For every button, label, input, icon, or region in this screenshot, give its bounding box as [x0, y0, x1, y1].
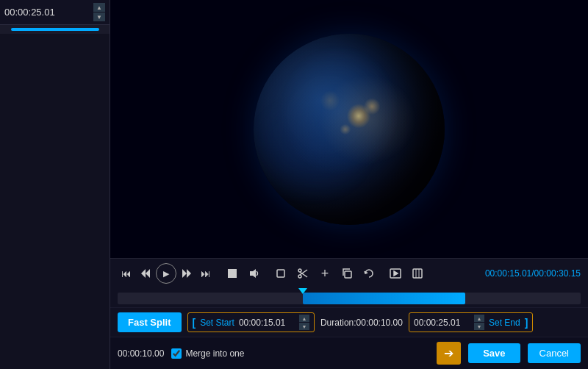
- sidebar-spin-buttons: ▲ ▼: [93, 3, 105, 21]
- set-start-button[interactable]: Set Start: [200, 318, 234, 328]
- earth-lights: [254, 34, 445, 225]
- set-end-group: 00:00:25.01 ▲ ▼ Set End ]: [409, 312, 533, 332]
- step-fwd-button[interactable]: [178, 265, 196, 282]
- play-section-button[interactable]: [387, 265, 404, 282]
- svg-marker-0: [141, 269, 146, 278]
- svg-rect-6: [277, 270, 284, 277]
- set-end-button[interactable]: Set End: [489, 318, 520, 328]
- content-area: ⏮ ▶ ⏭: [110, 0, 588, 369]
- cancel-button[interactable]: Cancel: [528, 343, 581, 363]
- cut-button[interactable]: [294, 265, 312, 282]
- sidebar: 00:00:25.01 ▲ ▼: [0, 0, 110, 369]
- add-button[interactable]: +: [316, 265, 334, 282]
- sidebar-content-area: [0, 34, 110, 369]
- undo-button[interactable]: [360, 265, 378, 282]
- time-display: 00:00:15.01/00:00:30.15: [485, 268, 581, 279]
- sidebar-time-value: 00:00:25.01: [4, 7, 90, 18]
- earth-visual: [246, 26, 452, 232]
- sidebar-spin-up[interactable]: ▲: [93, 3, 105, 12]
- loop-button[interactable]: [272, 265, 290, 282]
- sidebar-time-control: 00:00:25.01 ▲ ▼: [0, 0, 110, 25]
- svg-marker-1: [146, 269, 150, 278]
- svg-marker-3: [187, 269, 191, 278]
- skip-to-end-button[interactable]: ⏭: [197, 265, 215, 282]
- svg-point-7: [298, 275, 301, 278]
- fast-split-button[interactable]: Fast Split: [118, 312, 182, 332]
- video-preview: [110, 0, 588, 258]
- clip-button[interactable]: [409, 265, 426, 282]
- skip-to-start-button[interactable]: ⏮: [118, 265, 135, 282]
- end-time-value: 00:00:25.01: [414, 318, 473, 328]
- bottom-bar: 00:00:10.00 Merge into one ➔ Save Cancel: [110, 337, 588, 369]
- end-spin: ▲ ▼: [474, 315, 484, 330]
- start-time-field: 00:00:15.01 ▲ ▼: [239, 315, 309, 330]
- start-bracket-label: [: [193, 317, 196, 329]
- timeline-track[interactable]: [118, 293, 581, 304]
- merge-checkbox[interactable]: [171, 348, 182, 359]
- svg-marker-2: [182, 269, 187, 278]
- arrow-icon: ➔: [444, 347, 453, 359]
- duration-label: Duration:00:00:10.00: [320, 318, 403, 328]
- earth-sphere: [254, 34, 445, 225]
- svg-rect-4: [228, 269, 237, 278]
- timeline-area: [110, 288, 588, 307]
- start-spin: ▲ ▼: [299, 315, 309, 330]
- merge-label[interactable]: Merge into one: [171, 348, 244, 359]
- arrow-button[interactable]: ➔: [437, 342, 461, 365]
- volume-button[interactable]: [245, 265, 263, 282]
- copy-button[interactable]: [338, 265, 356, 282]
- svg-marker-5: [250, 269, 256, 278]
- svg-point-8: [298, 269, 301, 272]
- playback-controls: ⏮ ▶ ⏭: [110, 258, 588, 288]
- end-time-field: 00:00:25.01 ▲ ▼: [414, 315, 484, 330]
- save-button[interactable]: Save: [468, 343, 520, 363]
- edit-controls: Fast Split [ Set Start 00:00:15.01 ▲ ▼ D…: [110, 307, 588, 337]
- svg-rect-14: [413, 269, 422, 278]
- start-spin-up[interactable]: ▲: [299, 315, 309, 322]
- sidebar-progress-bar: [11, 28, 99, 31]
- sidebar-spin-down[interactable]: ▼: [93, 12, 105, 21]
- end-spin-down[interactable]: ▼: [474, 323, 484, 330]
- set-start-group: [ Set Start 00:00:15.01 ▲ ▼: [187, 312, 315, 332]
- bottom-time: 00:00:10.00: [118, 348, 164, 359]
- merge-text: Merge into one: [185, 348, 244, 359]
- step-back-button[interactable]: [137, 265, 154, 282]
- end-bracket-label: ]: [525, 317, 528, 329]
- svg-rect-11: [345, 271, 351, 278]
- transport-controls: ⏮ ▶ ⏭: [118, 263, 215, 284]
- stop-button[interactable]: [223, 265, 241, 282]
- play-button[interactable]: ▶: [156, 263, 176, 284]
- start-time-value: 00:00:15.01: [239, 318, 298, 328]
- end-spin-up[interactable]: ▲: [474, 315, 484, 322]
- start-spin-down[interactable]: ▼: [299, 323, 309, 330]
- timeline-filled: [303, 293, 465, 304]
- svg-marker-13: [394, 271, 398, 276]
